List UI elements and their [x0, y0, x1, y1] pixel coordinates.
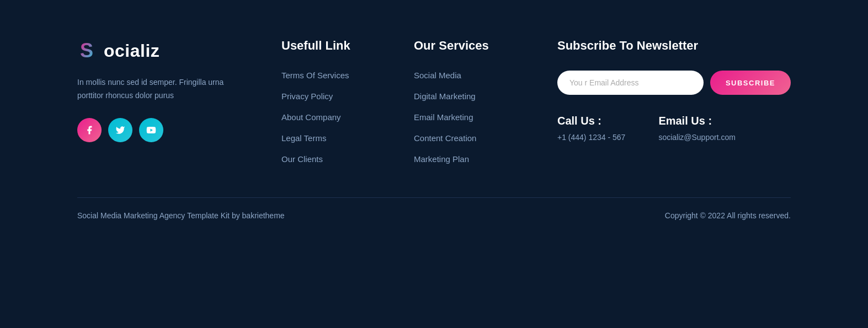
logo-icon: S	[77, 39, 102, 63]
services-list: Social Media Digital Marketing Email Mar…	[414, 71, 524, 164]
digital-marketing-link[interactable]: Digital Marketing	[414, 92, 476, 101]
contact-row: Call Us : +1 (444) 1234 - 567 Email Us :…	[557, 115, 791, 142]
email-marketing-link[interactable]: Email Marketing	[414, 112, 473, 122]
marketing-plan-link[interactable]: Marketing Plan	[414, 154, 469, 164]
clients-link[interactable]: Our Clients	[281, 154, 323, 164]
footer-copyright: Copyright © 2022 All rights reserved.	[665, 211, 791, 220]
list-item: Social Media	[414, 71, 524, 80]
privacy-link[interactable]: Privacy Policy	[281, 92, 333, 101]
usefull-link-list: Terms Of Services Privacy Policy About C…	[281, 71, 381, 164]
social-media-link[interactable]: Social Media	[414, 71, 461, 80]
footer-credits: Social Media Marketing Agency Template K…	[77, 211, 285, 220]
list-item: Marketing Plan	[414, 154, 524, 164]
email-us-value: socializ@Support.com	[658, 133, 736, 142]
social-icons-group	[77, 118, 248, 142]
list-item: Email Marketing	[414, 112, 524, 122]
newsletter-form: SUBSCRIBE	[557, 71, 791, 95]
services-column: Our Services Social Media Digital Market…	[414, 39, 524, 164]
usefull-link-title: Usefull Link	[281, 39, 381, 53]
logo: S ocializ	[77, 39, 248, 63]
about-link[interactable]: About Company	[281, 112, 341, 122]
footer-main: S ocializ In mollis nunc sed id semper. …	[0, 0, 868, 197]
call-us-value: +1 (444) 1234 - 567	[557, 133, 625, 142]
newsletter-column: Subscribe To Newsletter SUBSCRIBE Call U…	[557, 39, 791, 142]
youtube-icon[interactable]	[139, 118, 163, 142]
call-us-label: Call Us :	[557, 115, 625, 127]
footer-bottom: Social Media Marketing Agency Template K…	[0, 198, 868, 233]
svg-text:S: S	[80, 39, 93, 62]
subscribe-button[interactable]: SUBSCRIBE	[710, 71, 791, 95]
usefull-link-column: Usefull Link Terms Of Services Privacy P…	[281, 39, 381, 164]
list-item: Digital Marketing	[414, 92, 524, 101]
list-item: Our Clients	[281, 154, 381, 164]
call-us-block: Call Us : +1 (444) 1234 - 567	[557, 115, 625, 142]
list-item: Content Creation	[414, 133, 524, 143]
email-input[interactable]	[557, 71, 704, 95]
list-item: About Company	[281, 112, 381, 122]
list-item: Legal Terms	[281, 133, 381, 143]
legal-link[interactable]: Legal Terms	[281, 133, 326, 143]
list-item: Privacy Policy	[281, 92, 381, 101]
newsletter-title: Subscribe To Newsletter	[557, 39, 791, 53]
services-title: Our Services	[414, 39, 524, 53]
twitter-icon[interactable]	[108, 118, 132, 142]
brand-column: S ocializ In mollis nunc sed id semper. …	[77, 39, 248, 142]
footer: S ocializ In mollis nunc sed id semper. …	[0, 0, 868, 233]
email-us-label: Email Us :	[658, 115, 736, 127]
terms-link[interactable]: Terms Of Services	[281, 71, 349, 80]
logo-text: ocializ	[104, 41, 159, 61]
email-us-block: Email Us : socializ@Support.com	[658, 115, 736, 142]
facebook-icon[interactable]	[77, 118, 102, 142]
list-item: Terms Of Services	[281, 71, 381, 80]
content-creation-link[interactable]: Content Creation	[414, 133, 476, 143]
brand-description: In mollis nunc sed id semper. Fringilla …	[77, 76, 226, 103]
